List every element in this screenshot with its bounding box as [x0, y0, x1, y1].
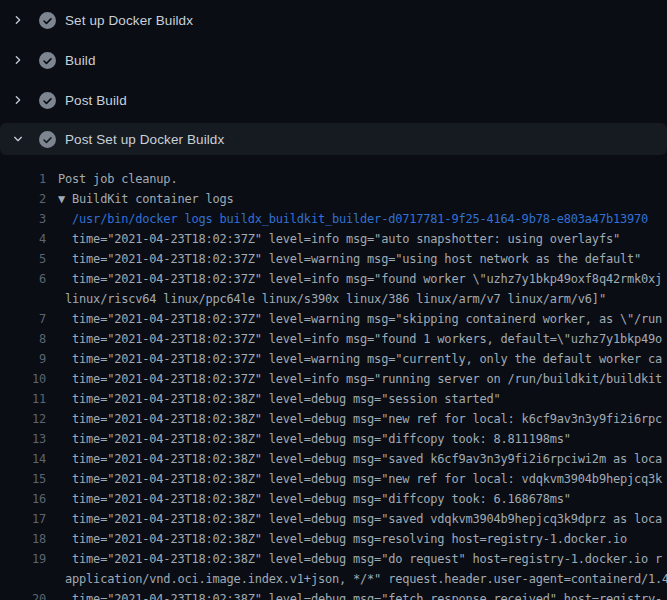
log-line-text: time="2021-04-23T18:02:37Z" level=info m… — [58, 229, 667, 249]
line-number[interactable]: 11 — [0, 389, 46, 409]
step-label: Build — [65, 53, 96, 68]
log-line-text: time="2021-04-23T18:02:38Z" level=debug … — [58, 549, 667, 569]
line-number[interactable] — [0, 569, 46, 589]
line-number[interactable]: 5 — [0, 249, 46, 269]
log-line-text[interactable]: ▼ BuildKit container logs — [58, 189, 667, 209]
line-number[interactable]: 8 — [0, 329, 46, 349]
log-line: linux/riscv64 linux/ppc64le linux/s390x … — [0, 289, 667, 309]
log-line: 4 time="2021-04-23T18:02:37Z" level=info… — [0, 229, 667, 249]
log-line: 2 ▼ BuildKit container logs — [0, 189, 667, 209]
log-line: 13 time="2021-04-23T18:02:38Z" level=deb… — [0, 429, 667, 449]
step-row-post-set-up-docker-buildx[interactable]: Post Set up Docker Buildx — [0, 123, 667, 155]
actions-log-viewer: Set up Docker Buildx Build Post Build Po… — [0, 0, 667, 600]
chevron-down-icon — [12, 133, 24, 145]
log-line: 11 time="2021-04-23T18:02:38Z" level=deb… — [0, 389, 667, 409]
log-line-text: time="2021-04-23T18:02:38Z" level=debug … — [58, 469, 667, 489]
log-line: 3 /usr/bin/docker logs buildx_buildkit_b… — [0, 209, 667, 229]
log-line-text: time="2021-04-23T18:02:38Z" level=debug … — [58, 529, 667, 549]
line-number[interactable]: 15 — [0, 469, 46, 489]
log-line-text: time="2021-04-23T18:02:38Z" level=debug … — [58, 449, 667, 469]
log-line-text: time="2021-04-23T18:02:38Z" level=debug … — [58, 429, 667, 449]
log-viewer: 1 Post job cleanup. 2 ▼ BuildKit contain… — [0, 169, 667, 600]
line-number[interactable]: 14 — [0, 449, 46, 469]
line-number[interactable]: 10 — [0, 369, 46, 389]
log-line: 18 time="2021-04-23T18:02:38Z" level=deb… — [0, 529, 667, 549]
log-line-text: time="2021-04-23T18:02:38Z" level=debug … — [58, 489, 667, 509]
log-line: 17 time="2021-04-23T18:02:38Z" level=deb… — [0, 509, 667, 529]
log-line-text: Post job cleanup. — [58, 169, 667, 189]
log-line: 5 time="2021-04-23T18:02:37Z" level=warn… — [0, 249, 667, 269]
log-line-text: application/vnd.oci.image.index.v1+json,… — [58, 569, 667, 589]
log-line-text: time="2021-04-23T18:02:38Z" level=debug … — [58, 409, 667, 429]
line-number[interactable]: 6 — [0, 269, 46, 289]
line-number[interactable]: 19 — [0, 549, 46, 569]
line-number[interactable]: 3 — [0, 209, 46, 229]
chevron-right-icon — [12, 54, 24, 66]
line-number[interactable]: 1 — [0, 169, 46, 189]
step-label: Set up Docker Buildx — [65, 13, 193, 28]
step-label: Post Set up Docker Buildx — [65, 132, 224, 147]
log-line: 9 time="2021-04-23T18:02:37Z" level=warn… — [0, 349, 667, 369]
log-line: 12 time="2021-04-23T18:02:38Z" level=deb… — [0, 409, 667, 429]
log-line-text: time="2021-04-23T18:02:37Z" level=info m… — [58, 269, 667, 289]
log-line-text: time="2021-04-23T18:02:38Z" level=debug … — [58, 509, 667, 529]
log-line: 1 Post job cleanup. — [0, 169, 667, 189]
check-circle-icon — [38, 11, 56, 29]
step-label: Post Build — [65, 93, 127, 108]
step-row-post-build[interactable]: Post Build — [0, 80, 667, 120]
log-line-text: time="2021-04-23T18:02:38Z" level=debug … — [58, 389, 667, 409]
log-line: 14 time="2021-04-23T18:02:38Z" level=deb… — [0, 449, 667, 469]
log-line-text: /usr/bin/docker logs buildx_buildkit_bui… — [58, 209, 667, 229]
log-line-text: time="2021-04-23T18:02:37Z" level=warnin… — [58, 309, 667, 329]
line-number[interactable]: 13 — [0, 429, 46, 449]
step-row-set-up-docker-buildx[interactable]: Set up Docker Buildx — [0, 0, 667, 40]
line-number[interactable]: 20 — [0, 589, 46, 600]
line-number[interactable]: 2 — [0, 189, 46, 209]
log-line: 7 time="2021-04-23T18:02:37Z" level=warn… — [0, 309, 667, 329]
check-circle-icon — [38, 91, 56, 109]
line-number[interactable]: 4 — [0, 229, 46, 249]
log-line-text: time="2021-04-23T18:02:37Z" level=info m… — [58, 369, 667, 389]
line-number[interactable]: 12 — [0, 409, 46, 429]
log-line: 20 time="2021-04-23T18:02:38Z" level=deb… — [0, 589, 667, 600]
log-line-text: linux/riscv64 linux/ppc64le linux/s390x … — [58, 289, 667, 309]
step-row-build[interactable]: Build — [0, 40, 667, 80]
log-line: application/vnd.oci.image.index.v1+json,… — [0, 569, 667, 589]
line-number[interactable] — [0, 289, 46, 309]
log-line: 15 time="2021-04-23T18:02:38Z" level=deb… — [0, 469, 667, 489]
log-line-text: time="2021-04-23T18:02:37Z" level=warnin… — [58, 249, 667, 269]
chevron-right-icon — [12, 14, 24, 26]
log-line: 8 time="2021-04-23T18:02:37Z" level=info… — [0, 329, 667, 349]
log-line-text: time="2021-04-23T18:02:37Z" level=warnin… — [58, 349, 667, 369]
log-line-text: time="2021-04-23T18:02:37Z" level=info m… — [58, 329, 667, 349]
check-circle-icon — [38, 130, 56, 148]
line-number[interactable]: 16 — [0, 489, 46, 509]
chevron-right-icon — [12, 94, 24, 106]
log-line: 10 time="2021-04-23T18:02:37Z" level=inf… — [0, 369, 667, 389]
log-line: 19 time="2021-04-23T18:02:38Z" level=deb… — [0, 549, 667, 569]
line-number[interactable]: 7 — [0, 309, 46, 329]
line-number[interactable]: 18 — [0, 529, 46, 549]
log-line: 6 time="2021-04-23T18:02:37Z" level=info… — [0, 269, 667, 289]
line-number[interactable]: 17 — [0, 509, 46, 529]
steps-list: Set up Docker Buildx Build Post Build Po… — [0, 0, 667, 155]
line-number[interactable]: 9 — [0, 349, 46, 369]
log-line-text: time="2021-04-23T18:02:38Z" level=debug … — [58, 589, 667, 600]
check-circle-icon — [38, 51, 56, 69]
log-line: 16 time="2021-04-23T18:02:38Z" level=deb… — [0, 489, 667, 509]
